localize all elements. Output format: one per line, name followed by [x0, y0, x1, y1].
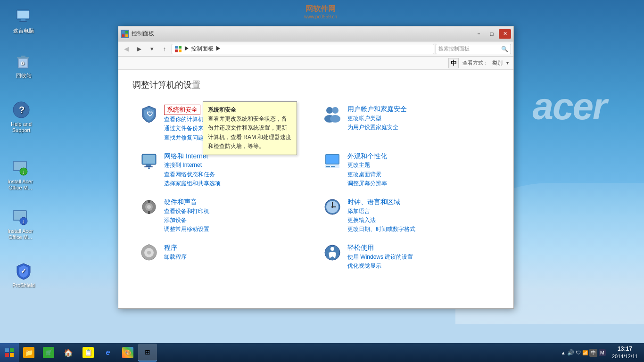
taskbar-store[interactable]: 🛒 [39, 344, 58, 362]
desktop-icon-proshield[interactable]: ✓ ProShield [7, 262, 40, 288]
desktop-icon-install-acer2[interactable]: ↓ Install Acer Office M... [4, 207, 37, 240]
taskbar-notes[interactable]: 📋 [79, 344, 98, 362]
back-button[interactable]: ◀ [121, 43, 132, 55]
svg-rect-62 [10, 353, 14, 357]
network-link2[interactable]: 查看网络状态和任务 [164, 170, 309, 179]
tray-arrow[interactable]: ▲ [561, 350, 566, 355]
appearance-link1[interactable]: 更改主题 [347, 161, 492, 170]
hardware-title[interactable]: 硬件和声音 [164, 198, 197, 206]
appearance-link2[interactable]: 更改桌面背景 [347, 170, 492, 179]
tray-shield[interactable]: 🛡 [576, 350, 581, 355]
accessibility-title[interactable]: 轻松使用 [347, 244, 374, 251]
category-hardware[interactable]: 硬件和声音 查看设备和打印机 添加设备 调整常用移动设置 [132, 193, 316, 239]
tooltip-system-security: 系统和安全 查看并更改系统和安全状态，备份并还原文件和系统设置，更新计算机，查看… [203, 101, 297, 155]
hardware-info: 硬件和声音 查看设备和打印机 添加设备 调整常用移动设置 [164, 197, 309, 234]
taskbar-home[interactable]: 🏠 [59, 344, 78, 362]
category-programs[interactable]: 程序 卸载程序 [132, 239, 316, 275]
user-accounts-link2[interactable]: 为用户设置家庭安全 [347, 123, 492, 132]
tray-network[interactable]: 📶 [582, 350, 588, 355]
clock-date: 2014/12/11 [612, 353, 638, 360]
category-clock[interactable]: 时钟、语言和区域 添加语言 更换输入法 更改日期、时间或数字格式 [316, 193, 499, 239]
taskbar-file-explorer[interactable]: 📁 [19, 344, 38, 362]
svg-point-52 [331, 206, 333, 208]
network-title[interactable]: 网络和 Internet [164, 152, 208, 160]
svg-rect-39 [326, 155, 339, 164]
svg-rect-3 [19, 21, 27, 22]
control-panel-window: 控制面板 － □ ✕ ◀ ▶ ▾ ↑ ▶ 控制面板 ▶ [118, 26, 514, 309]
tray-ime[interactable]: 中 [589, 349, 597, 357]
recycle-bin-label: 回收站 [16, 73, 32, 79]
site-watermark: 网软件网 www.pc0559.cn [273, 0, 368, 24]
desktop-icon-recycle-bin[interactable]: ♻ 回收站 [7, 52, 40, 79]
hardware-link3[interactable]: 调整常用移动设置 [164, 225, 309, 234]
watermark-line1: 网软件网 [305, 4, 336, 14]
viewmode-value[interactable]: 类别 [492, 59, 503, 66]
desktop-icon-this-pc[interactable]: 这台电脑 [7, 7, 40, 34]
svg-point-58 [330, 247, 334, 251]
clock-link3[interactable]: 更改日期、时间或数字格式 [347, 225, 492, 234]
system-security-title[interactable]: 系统和安全 [164, 105, 200, 115]
tray-speaker[interactable]: 🔊 [567, 349, 574, 356]
install-acer1-icon: ↓ [11, 158, 30, 177]
maximize-button[interactable]: □ [486, 29, 498, 39]
close-button[interactable]: ✕ [499, 29, 511, 39]
taskbar-paint[interactable]: 🎨 [118, 344, 137, 362]
hardware-link2[interactable]: 添加设备 [164, 216, 309, 225]
taskbar-cp-active[interactable]: ⊞ [138, 344, 157, 362]
accessibility-info: 轻松使用 使用 Windows 建议的设置 优化视觉显示 [347, 243, 492, 271]
svg-rect-42 [331, 166, 335, 167]
programs-title[interactable]: 程序 [164, 244, 177, 251]
clock-time: 13:17 [612, 346, 638, 353]
svg-point-29 [326, 107, 333, 114]
category-appearance[interactable]: 外观和个性化 更改主题 更改桌面背景 调整屏幕分辨率 [316, 147, 499, 193]
system-security-icon: 🛡 [140, 105, 158, 123]
minimize-button[interactable]: － [472, 29, 485, 39]
taskbar-ie[interactable]: e [99, 344, 117, 362]
search-box[interactable]: 搜索控制面板 🔍 [436, 44, 511, 54]
desktop: acer 网软件网 www.pc0559.cn 这台电脑 [0, 0, 644, 362]
svg-rect-59 [5, 348, 9, 352]
forward-button[interactable]: ▶ [133, 43, 145, 55]
viewmode-dropdown-icon[interactable]: ▾ [506, 60, 509, 66]
clock-link1[interactable]: 添加语言 [347, 207, 492, 216]
svg-rect-46 [148, 200, 150, 203]
programs-link1[interactable]: 卸载程序 [164, 253, 309, 262]
svg-rect-26 [175, 49, 178, 52]
cp-icon [122, 31, 128, 37]
user-accounts-info: 用户帐户和家庭安全 更改帐户类型 为用户设置家庭安全 [347, 105, 492, 132]
network-link3[interactable]: 选择家庭组和共享选项 [164, 179, 309, 188]
taskbar: 📁 🛒 🏠 📋 e 🎨 ⊞ [0, 343, 644, 362]
clock-title[interactable]: 时钟、语言和区域 [347, 198, 400, 206]
address-path[interactable]: ▶ 控制面板 ▶ [172, 44, 434, 54]
taskbar-clock[interactable]: 13:17 2014/12/11 [608, 346, 642, 360]
start-button[interactable] [0, 343, 19, 362]
titlebar: 控制面板 － □ ✕ [118, 26, 513, 41]
category-accessibility[interactable]: 轻松使用 使用 Windows 建议的设置 优化视觉显示 [316, 239, 499, 275]
user-accounts-link1[interactable]: 更改帐户类型 [347, 114, 492, 123]
windows-logo-icon [5, 348, 14, 357]
accessibility-link2[interactable]: 优化视觉显示 [347, 262, 492, 271]
pc-icon [14, 7, 33, 26]
network-link1[interactable]: 连接到 Internet [164, 161, 309, 170]
clock-link2[interactable]: 更换输入法 [347, 216, 492, 225]
category-user-accounts[interactable]: 用户帐户和家庭安全 更改帐户类型 为用户设置家庭安全 [316, 100, 499, 147]
svg-rect-24 [175, 46, 178, 49]
address-icon [174, 45, 182, 53]
user-accounts-title[interactable]: 用户帐户和家庭安全 [347, 105, 407, 113]
up-button[interactable]: ↑ [159, 43, 170, 55]
desktop-icon-help-support[interactable]: ? Help and Support [5, 100, 38, 133]
zh-badge[interactable]: 中 [448, 58, 459, 68]
desktop-icon-install-acer1[interactable]: ↓ Install Acer Office M... [4, 158, 37, 191]
cp-content: 调整计算机的设置 🛡 系统和安全 查看你的计算机状态 通过文件备份 [118, 70, 513, 308]
viewbar: 中 查看方式： 类别 ▾ [118, 57, 513, 70]
tray-m[interactable]: M [599, 349, 606, 356]
titlebar-buttons: － □ ✕ [472, 29, 511, 39]
dropdown-button[interactable]: ▾ [146, 43, 157, 55]
accessibility-link1[interactable]: 使用 Windows 建议的设置 [347, 253, 492, 262]
search-icon[interactable]: 🔍 [501, 46, 508, 52]
appearance-link3[interactable]: 调整屏幕分辨率 [347, 179, 492, 188]
svg-rect-36 [144, 166, 153, 167]
appearance-icon [323, 152, 342, 171]
appearance-title[interactable]: 外观和个性化 [347, 152, 387, 160]
hardware-link1[interactable]: 查看设备和打印机 [164, 207, 309, 216]
